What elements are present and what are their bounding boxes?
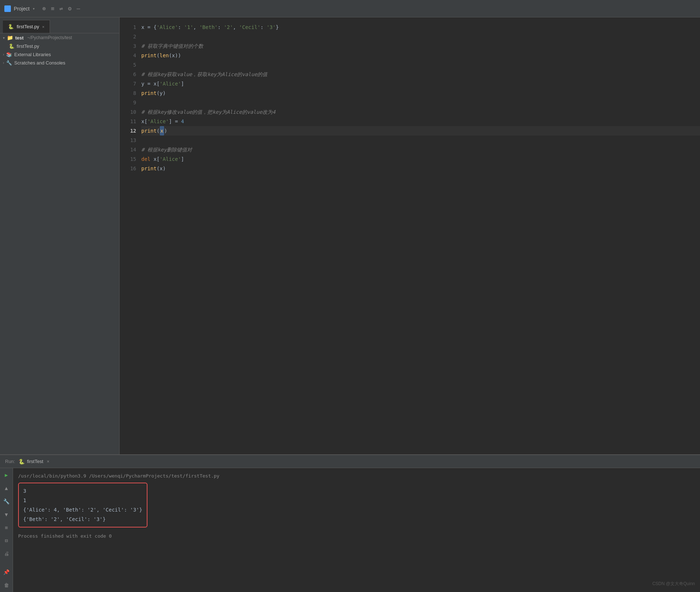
run-label: Run: <box>5 459 15 464</box>
project-selector[interactable]: Project ▾ <box>4 5 35 12</box>
console-output: /usr/local/bin/python3.9 /Users/wenqi/Py… <box>13 468 700 592</box>
scroll-down-button[interactable]: ▼ <box>2 510 11 518</box>
tab-label: firstTest.py <box>17 24 39 29</box>
code-line-10: # 根据key修改value的值，把key为Alice的value改为4 <box>141 107 700 117</box>
code-line-8: print(y) <box>141 88 700 98</box>
tab-bar: 🐍 firstTest.py × <box>0 19 119 33</box>
console-line-1: 3 <box>23 486 142 496</box>
console-line-4: {'Beth': '2', 'Cecil': '3'} <box>23 514 142 524</box>
watermark: CSDN @文大奇Quinn <box>652 581 695 587</box>
code-line-2 <box>141 32 700 41</box>
run-tab-close[interactable]: × <box>47 459 49 464</box>
code-content[interactable]: x = {'Alice': '1', 'Beth': '2', 'Cecil':… <box>141 17 700 454</box>
python-file-icon: 🐍 <box>8 24 14 29</box>
code-line-12: print(x) <box>141 126 700 136</box>
trash-button[interactable]: 🗑 <box>2 581 11 589</box>
settings-icon[interactable]: ⚙ <box>68 5 72 12</box>
chevron-down-icon: ▾ <box>3 36 5 40</box>
add-icon[interactable]: ⊕ <box>42 5 46 12</box>
sidebar-item-label: External Libraries <box>14 52 51 57</box>
sidebar-item-label: test <box>15 35 24 41</box>
code-line-15: del x['Alice'] <box>141 154 700 164</box>
title-bar-actions: ⊕ ≡ ⇌ ⚙ — <box>42 5 80 12</box>
tab-close-button[interactable]: × <box>42 25 44 29</box>
project-icon <box>4 5 11 12</box>
print-button[interactable]: 🖨 <box>2 550 11 558</box>
bottom-main: ▶ ▲ 🔧 ▼ ≡ ⊟ 🖨 📌 🗑 /usr/local/bin/python3… <box>0 468 700 592</box>
console-output-box: 3 1 {'Alice': 4, 'Beth': '2', 'Cecil': '… <box>18 483 147 528</box>
lib-icon: 📚 <box>6 52 12 57</box>
wrench-button[interactable]: 🔧 <box>2 497 11 505</box>
structure-icon[interactable]: ≡ <box>51 5 54 12</box>
run-tab-label: firstTest <box>27 459 43 464</box>
line-numbers: 1234 5678 91011 12 13141516 <box>120 17 141 454</box>
minimize-icon[interactable]: — <box>76 5 80 12</box>
code-line-11: x['Alice'] = 4 <box>141 117 700 126</box>
chevron-right-icon: › <box>3 53 4 57</box>
python-icon: 🐍 <box>9 43 14 49</box>
console-line-2: 1 <box>23 496 142 505</box>
project-name: Project <box>14 6 30 12</box>
code-line-14: # 根据key删除键值对 <box>141 145 700 154</box>
code-line-7: y = x['Alice'] <box>141 79 700 88</box>
pin-button[interactable]: 📌 <box>2 568 11 576</box>
sidebar-item-scratches[interactable]: › 🔧 Scratches and Consoles <box>0 59 119 67</box>
project-dropdown-icon[interactable]: ▾ <box>33 6 35 11</box>
filter-button[interactable]: ⊟ <box>2 537 11 545</box>
code-line-4: print(len(x)) <box>141 51 700 60</box>
align-button[interactable]: ≡ <box>2 524 11 531</box>
code-line-5 <box>141 60 700 70</box>
code-line-6: # 根据key获取value，获取key为Alice的value的值 <box>141 70 700 79</box>
code-line-3: # 获取字典中键值对的个数 <box>141 41 700 51</box>
sidebar-item-path: ~/PycharmProjects/test <box>27 35 72 40</box>
run-tab-icon: 🐍 <box>18 459 25 464</box>
tab-firsttest[interactable]: 🐍 firstTest.py × <box>3 20 50 33</box>
diff-icon[interactable]: ⇌ <box>59 5 63 12</box>
chevron-right-icon: › <box>3 61 4 65</box>
title-bar: Project ▾ ⊕ ≡ ⇌ ⚙ — <box>0 0 700 17</box>
code-line-1: x = {'Alice': '1', 'Beth': '2', 'Cecil':… <box>141 22 700 32</box>
sidebar-item-external-libs[interactable]: › 📚 External Libraries <box>0 50 119 59</box>
code-line-9 <box>141 98 700 107</box>
sidebar-item-firsttest[interactable]: 🐍 firstTest.py <box>0 42 119 50</box>
run-tab-bar: Run: 🐍 firstTest × <box>0 455 700 468</box>
sidebar-item-label: firstTest.py <box>17 43 39 49</box>
code-line-16: print(x) <box>141 164 700 173</box>
editor-area: 1234 5678 91011 12 13141516 x = {'Alice'… <box>120 17 700 454</box>
sidebar: 🐍 firstTest.py × ▾ 📁 test ~/PycharmProje… <box>0 17 120 454</box>
folder-icon: 📁 <box>7 35 13 41</box>
scratch-icon: 🔧 <box>6 60 12 66</box>
scroll-up-button[interactable]: ▲ <box>2 484 11 492</box>
bottom-toolbar: ▶ ▲ 🔧 ▼ ≡ ⊟ 🖨 📌 🗑 <box>0 468 13 592</box>
run-tab-firsttest[interactable]: 🐍 firstTest × <box>18 459 49 464</box>
console-finish: Process finished with exit code 0 <box>18 532 695 541</box>
bottom-panel: Run: 🐍 firstTest × ▶ ▲ 🔧 ▼ ≡ ⊟ 🖨 📌 🗑 /us… <box>0 454 700 592</box>
sidebar-item-label: Scratches and Consoles <box>14 60 65 66</box>
main-area: 🐍 firstTest.py × ▾ 📁 test ~/PycharmProje… <box>0 17 700 454</box>
code-editor[interactable]: 1234 5678 91011 12 13141516 x = {'Alice'… <box>120 17 700 454</box>
console-command: /usr/local/bin/python3.9 /Users/wenqi/Py… <box>18 472 695 480</box>
sidebar-item-test[interactable]: ▾ 📁 test ~/PycharmProjects/test <box>0 33 119 42</box>
console-line-3: {'Alice': 4, 'Beth': '2', 'Cecil': '3'} <box>23 505 142 514</box>
code-line-13 <box>141 136 700 145</box>
run-button[interactable]: ▶ <box>2 471 11 479</box>
